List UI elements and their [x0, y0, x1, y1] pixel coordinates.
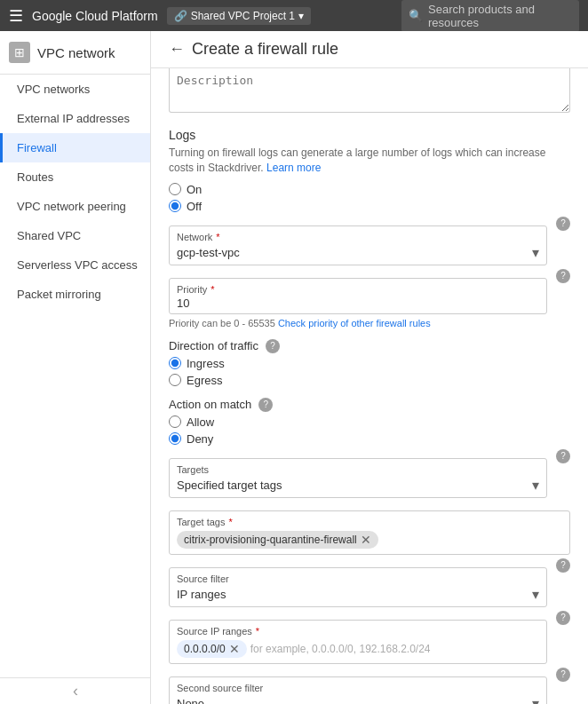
project-selector[interactable]: 🔗 Shared VPC Project 1 ▾: [167, 7, 311, 25]
source-ip-help-icon[interactable]: ?: [556, 611, 570, 625]
sidebar-item-vpc-peering[interactable]: VPC network peering: [0, 192, 150, 221]
targets-dropdown-icon[interactable]: ▾: [532, 477, 539, 494]
source-filter-field: Source filter IP ranges ▾: [169, 567, 547, 607]
logs-learn-more-link[interactable]: Learn more: [266, 162, 321, 174]
network-label: Network*: [177, 232, 539, 242]
vpc-network-icon: ⊞: [9, 42, 30, 63]
action-allow-option[interactable]: Allow: [169, 415, 570, 429]
network-required: *: [216, 232, 219, 242]
form-body: Logs Turning on firewall logs can genera…: [151, 68, 588, 704]
network-help-icon[interactable]: ?: [556, 217, 570, 231]
sidebar-collapse-tab[interactable]: ‹: [0, 677, 151, 704]
tag-chip-close-icon[interactable]: ✕: [361, 533, 371, 547]
direction-ingress-radio[interactable]: [169, 357, 181, 369]
target-tags-field: Target tags* citrix-provisioning-quarant…: [169, 510, 570, 555]
targets-field: Targets Specified target tags ▾: [169, 458, 547, 498]
logs-on-option[interactable]: On: [169, 183, 570, 196]
direction-label: Direction of traffic ?: [169, 339, 570, 353]
priority-hint: Priority can be 0 - 65535 Check priority…: [169, 318, 570, 328]
logs-radio-group: On Off: [169, 183, 570, 213]
source-ip-field-row: Source IP ranges* 0.0.0.0/0 ✕ for exampl…: [169, 611, 570, 668]
logs-on-label: On: [187, 183, 202, 196]
target-tags-required: *: [228, 517, 232, 527]
topbar: ☰ Google Cloud Platform 🔗 Shared VPC Pro…: [0, 0, 588, 31]
priority-check-link[interactable]: Check priority of other firewall rules: [278, 318, 431, 328]
network-value-row: gcp-test-vpc ▾: [177, 244, 539, 261]
hamburger-icon[interactable]: ☰: [9, 6, 23, 26]
collapse-icon: ‹: [73, 682, 78, 700]
priority-label: Priority*: [177, 284, 539, 295]
action-allow-radio[interactable]: [169, 415, 181, 428]
logs-off-label: Off: [187, 200, 202, 213]
sidebar-item-shared-vpc[interactable]: Shared VPC: [0, 221, 150, 250]
source-filter-field-row: Source filter IP ranges ▾ ?: [169, 558, 570, 611]
logs-description: Turning on firewall logs can generate a …: [169, 146, 570, 176]
project-dropdown-icon: ▾: [298, 10, 304, 22]
sidebar-item-serverless-vpc[interactable]: Serverless VPC access: [0, 250, 150, 280]
priority-input[interactable]: [177, 297, 539, 310]
ip-chip-close-icon[interactable]: ✕: [229, 642, 240, 656]
priority-help-icon[interactable]: ?: [556, 269, 570, 283]
sidebar-item-label: Serverless VPC access: [17, 258, 138, 272]
sidebar-item-external-ip[interactable]: External IP addresses: [0, 104, 150, 133]
targets-value: Specified target tags: [177, 479, 282, 492]
direction-ingress-option[interactable]: Ingress: [169, 357, 570, 370]
priority-field-row: Priority* ?: [169, 269, 570, 318]
description-input[interactable]: [169, 68, 570, 113]
action-help-icon[interactable]: ?: [258, 398, 273, 412]
page-header: ← Create a firewall rule: [151, 31, 588, 68]
source-ip-label: Source IP ranges*: [177, 626, 539, 637]
back-button[interactable]: ←: [169, 40, 185, 59]
logs-off-option[interactable]: Off: [169, 200, 570, 213]
sidebar-header: ⊞ VPC network: [0, 31, 150, 75]
main-content: ← Create a firewall rule Logs Turning on…: [151, 31, 588, 704]
source-filter-label: Source filter: [177, 573, 539, 584]
ip-chip: 0.0.0.0/0 ✕: [177, 640, 247, 658]
second-source-filter-help-icon[interactable]: ?: [556, 668, 570, 682]
tag-chip: citrix-provisioning-quarantine-firewall …: [177, 531, 378, 549]
action-deny-option[interactable]: Deny: [169, 432, 570, 446]
sidebar: ⊞ VPC network VPC networks External IP a…: [0, 31, 151, 704]
sidebar-item-label: VPC networks: [17, 83, 90, 96]
ip-chip-text: 0.0.0.0/0: [184, 643, 226, 655]
network-dropdown-icon[interactable]: ▾: [532, 244, 539, 261]
sidebar-item-packet-mirroring[interactable]: Packet mirroring: [0, 280, 150, 309]
targets-value-row: Specified target tags ▾: [177, 477, 539, 494]
second-source-filter-label: Second source filter: [177, 683, 539, 693]
source-filter-help-icon[interactable]: ?: [556, 558, 570, 573]
direction-egress-radio[interactable]: [169, 374, 181, 386]
targets-help-icon[interactable]: ?: [556, 449, 570, 463]
sidebar-item-label: Packet mirroring: [17, 288, 101, 301]
logs-on-radio[interactable]: [169, 183, 181, 195]
network-field-row: Network* gcp-test-vpc ▾ ?: [169, 217, 570, 269]
priority-required: *: [211, 284, 214, 295]
direction-egress-option[interactable]: Egress: [169, 374, 570, 387]
logs-label: Logs: [169, 128, 570, 142]
second-source-filter-dropdown-icon[interactable]: ▾: [532, 695, 539, 704]
direction-radio-group: Ingress Egress: [169, 357, 570, 387]
source-filter-dropdown-icon[interactable]: ▾: [532, 586, 539, 603]
priority-field: Priority*: [169, 278, 547, 314]
action-allow-label: Allow: [187, 415, 214, 429]
sidebar-item-label: Routes: [17, 170, 53, 184]
second-source-filter-row: Second source filter None ▾ ?: [169, 668, 570, 704]
app-logo: Google Cloud Platform: [32, 9, 158, 23]
source-ip-field: Source IP ranges* 0.0.0.0/0 ✕ for exampl…: [169, 620, 547, 664]
direction-help-icon[interactable]: ?: [266, 339, 280, 353]
sidebar-item-vpc-networks[interactable]: VPC networks: [0, 75, 150, 104]
sidebar-item-firewall[interactable]: Firewall: [0, 133, 150, 162]
logs-off-radio[interactable]: [169, 200, 181, 212]
sidebar-header-label: VPC network: [37, 45, 115, 60]
sidebar-item-label: External IP addresses: [17, 112, 130, 125]
project-icon: 🔗: [174, 10, 187, 22]
network-field: Network* gcp-test-vpc ▾: [169, 225, 547, 265]
target-tags-label: Target tags*: [177, 517, 562, 527]
action-radio-group: Allow Deny: [169, 415, 570, 446]
second-source-filter-field: Second source filter None ▾: [169, 676, 547, 704]
action-deny-radio[interactable]: [169, 432, 181, 445]
source-ip-required: *: [256, 626, 259, 637]
sidebar-item-routes[interactable]: Routes: [0, 162, 150, 192]
search-bar[interactable]: 🔍 Search products and resources: [401, 0, 579, 32]
direction-egress-label: Egress: [187, 374, 222, 387]
targets-field-row: Targets Specified target tags ▾ ?: [169, 449, 570, 502]
